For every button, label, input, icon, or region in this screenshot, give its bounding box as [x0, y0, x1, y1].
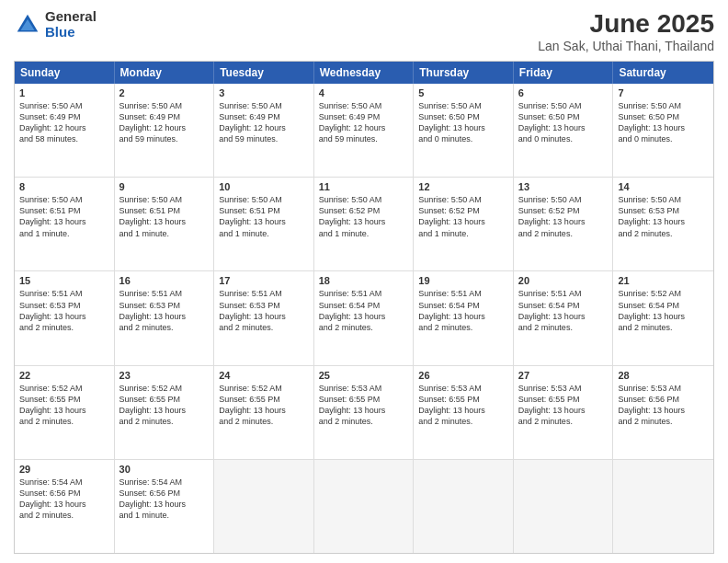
calendar-cell-0-2: 3Sunrise: 5:50 AM Sunset: 6:49 PM Daylig… — [214, 84, 314, 177]
day-info: Sunrise: 5:50 AM Sunset: 6:50 PM Dayligh… — [518, 100, 609, 145]
day-number: 18 — [319, 275, 409, 286]
calendar-cell-4-1: 30Sunrise: 5:54 AM Sunset: 6:56 PM Dayli… — [115, 460, 215, 553]
day-number: 2 — [119, 87, 210, 98]
logo-icon — [14, 11, 41, 39]
day-number: 8 — [19, 181, 109, 192]
calendar-cell-1-3: 11Sunrise: 5:50 AM Sunset: 6:52 PM Dayli… — [314, 178, 415, 270]
day-number: 14 — [618, 181, 709, 192]
day-number: 15 — [19, 275, 109, 286]
calendar-cell-2-5: 20Sunrise: 5:51 AM Sunset: 6:54 PM Dayli… — [514, 271, 614, 364]
logo: General Blue — [14, 9, 97, 40]
day-info: Sunrise: 5:51 AM Sunset: 6:53 PM Dayligh… — [19, 288, 109, 333]
day-info: Sunrise: 5:52 AM Sunset: 6:55 PM Dayligh… — [219, 383, 309, 428]
day-number: 26 — [418, 370, 508, 381]
header: General Blue June 2025 Lan Sak, Uthai Th… — [14, 9, 714, 53]
header-wednesday: Wednesday — [314, 62, 415, 84]
day-number: 30 — [119, 464, 210, 475]
calendar-cell-3-1: 23Sunrise: 5:52 AM Sunset: 6:55 PM Dayli… — [115, 366, 215, 459]
calendar-cell-2-3: 18Sunrise: 5:51 AM Sunset: 6:54 PM Dayli… — [314, 271, 415, 364]
day-number: 21 — [618, 275, 709, 286]
calendar-cell-1-5: 13Sunrise: 5:50 AM Sunset: 6:52 PM Dayli… — [514, 178, 614, 270]
calendar-cell-1-0: 8Sunrise: 5:50 AM Sunset: 6:51 PM Daylig… — [15, 178, 115, 270]
day-info: Sunrise: 5:52 AM Sunset: 6:54 PM Dayligh… — [618, 288, 709, 333]
calendar-row-0: 1Sunrise: 5:50 AM Sunset: 6:49 PM Daylig… — [15, 84, 713, 177]
day-info: Sunrise: 5:51 AM Sunset: 6:54 PM Dayligh… — [518, 288, 609, 333]
day-number: 16 — [119, 275, 210, 286]
day-number: 7 — [618, 87, 709, 98]
calendar-cell-4-2 — [214, 460, 314, 553]
day-number: 3 — [219, 87, 309, 98]
day-info: Sunrise: 5:50 AM Sunset: 6:51 PM Dayligh… — [119, 194, 210, 239]
day-number: 25 — [319, 370, 409, 381]
calendar-body: 1Sunrise: 5:50 AM Sunset: 6:49 PM Daylig… — [15, 84, 713, 553]
calendar-cell-4-4 — [414, 460, 514, 553]
day-info: Sunrise: 5:50 AM Sunset: 6:49 PM Dayligh… — [19, 100, 109, 145]
calendar-cell-4-3 — [314, 460, 415, 553]
header-sunday: Sunday — [15, 62, 115, 84]
calendar-header: Sunday Monday Tuesday Wednesday Thursday… — [15, 62, 713, 84]
day-info: Sunrise: 5:53 AM Sunset: 6:56 PM Dayligh… — [618, 383, 709, 428]
day-info: Sunrise: 5:53 AM Sunset: 6:55 PM Dayligh… — [319, 383, 409, 428]
day-info: Sunrise: 5:52 AM Sunset: 6:55 PM Dayligh… — [119, 383, 210, 428]
calendar-cell-2-1: 16Sunrise: 5:51 AM Sunset: 6:53 PM Dayli… — [115, 271, 215, 364]
day-info: Sunrise: 5:50 AM Sunset: 6:51 PM Dayligh… — [219, 194, 309, 239]
title-block: June 2025 Lan Sak, Uthai Thani, Thailand — [538, 9, 714, 53]
day-info: Sunrise: 5:51 AM Sunset: 6:54 PM Dayligh… — [418, 288, 508, 333]
day-info: Sunrise: 5:50 AM Sunset: 6:51 PM Dayligh… — [19, 194, 109, 239]
calendar-cell-1-4: 12Sunrise: 5:50 AM Sunset: 6:52 PM Dayli… — [414, 178, 514, 270]
day-info: Sunrise: 5:50 AM Sunset: 6:49 PM Dayligh… — [119, 100, 210, 145]
calendar-row-2: 15Sunrise: 5:51 AM Sunset: 6:53 PM Dayli… — [15, 270, 713, 364]
day-number: 17 — [219, 275, 309, 286]
day-number: 12 — [418, 181, 508, 192]
calendar-cell-1-2: 10Sunrise: 5:50 AM Sunset: 6:51 PM Dayli… — [214, 178, 314, 270]
calendar-row-4: 29Sunrise: 5:54 AM Sunset: 6:56 PM Dayli… — [15, 459, 713, 553]
calendar-cell-4-6 — [613, 460, 713, 553]
day-number: 29 — [19, 464, 109, 475]
day-info: Sunrise: 5:53 AM Sunset: 6:55 PM Dayligh… — [418, 383, 508, 428]
calendar-cell-1-6: 14Sunrise: 5:50 AM Sunset: 6:53 PM Dayli… — [613, 178, 713, 270]
day-number: 28 — [618, 370, 709, 381]
calendar-cell-0-5: 6Sunrise: 5:50 AM Sunset: 6:50 PM Daylig… — [514, 84, 614, 177]
header-tuesday: Tuesday — [214, 62, 314, 84]
calendar: Sunday Monday Tuesday Wednesday Thursday… — [14, 61, 714, 554]
calendar-cell-2-0: 15Sunrise: 5:51 AM Sunset: 6:53 PM Dayli… — [15, 271, 115, 364]
day-number: 22 — [19, 370, 109, 381]
calendar-row-1: 8Sunrise: 5:50 AM Sunset: 6:51 PM Daylig… — [15, 177, 713, 270]
header-saturday: Saturday — [613, 62, 713, 84]
day-info: Sunrise: 5:51 AM Sunset: 6:53 PM Dayligh… — [219, 288, 309, 333]
header-thursday: Thursday — [414, 62, 514, 84]
day-info: Sunrise: 5:50 AM Sunset: 6:53 PM Dayligh… — [618, 194, 709, 239]
day-number: 11 — [319, 181, 409, 192]
day-number: 19 — [418, 275, 508, 286]
calendar-cell-4-0: 29Sunrise: 5:54 AM Sunset: 6:56 PM Dayli… — [15, 460, 115, 553]
calendar-cell-3-6: 28Sunrise: 5:53 AM Sunset: 6:56 PM Dayli… — [613, 366, 713, 459]
calendar-cell-0-4: 5Sunrise: 5:50 AM Sunset: 6:50 PM Daylig… — [414, 84, 514, 177]
day-number: 9 — [119, 181, 210, 192]
day-info: Sunrise: 5:50 AM Sunset: 6:52 PM Dayligh… — [319, 194, 409, 239]
day-number: 13 — [518, 181, 609, 192]
day-number: 24 — [219, 370, 309, 381]
day-info: Sunrise: 5:51 AM Sunset: 6:53 PM Dayligh… — [119, 288, 210, 333]
day-number: 1 — [19, 87, 109, 98]
header-monday: Monday — [115, 62, 215, 84]
calendar-cell-3-2: 24Sunrise: 5:52 AM Sunset: 6:55 PM Dayli… — [214, 366, 314, 459]
page: General Blue June 2025 Lan Sak, Uthai Th… — [0, 0, 728, 563]
calendar-cell-3-3: 25Sunrise: 5:53 AM Sunset: 6:55 PM Dayli… — [314, 366, 415, 459]
calendar-cell-3-4: 26Sunrise: 5:53 AM Sunset: 6:55 PM Dayli… — [414, 366, 514, 459]
calendar-cell-2-6: 21Sunrise: 5:52 AM Sunset: 6:54 PM Dayli… — [613, 271, 713, 364]
logo-text: General Blue — [45, 9, 97, 40]
calendar-cell-0-0: 1Sunrise: 5:50 AM Sunset: 6:49 PM Daylig… — [15, 84, 115, 177]
calendar-cell-2-2: 17Sunrise: 5:51 AM Sunset: 6:53 PM Dayli… — [214, 271, 314, 364]
calendar-cell-0-3: 4Sunrise: 5:50 AM Sunset: 6:49 PM Daylig… — [314, 84, 415, 177]
calendar-cell-3-0: 22Sunrise: 5:52 AM Sunset: 6:55 PM Dayli… — [15, 366, 115, 459]
day-info: Sunrise: 5:52 AM Sunset: 6:55 PM Dayligh… — [19, 383, 109, 428]
calendar-cell-4-5 — [514, 460, 614, 553]
day-info: Sunrise: 5:50 AM Sunset: 6:50 PM Dayligh… — [418, 100, 508, 145]
calendar-cell-0-6: 7Sunrise: 5:50 AM Sunset: 6:50 PM Daylig… — [613, 84, 713, 177]
day-number: 20 — [518, 275, 609, 286]
day-info: Sunrise: 5:50 AM Sunset: 6:52 PM Dayligh… — [418, 194, 508, 239]
day-number: 10 — [219, 181, 309, 192]
day-number: 5 — [418, 87, 508, 98]
day-number: 4 — [319, 87, 409, 98]
day-number: 23 — [119, 370, 210, 381]
